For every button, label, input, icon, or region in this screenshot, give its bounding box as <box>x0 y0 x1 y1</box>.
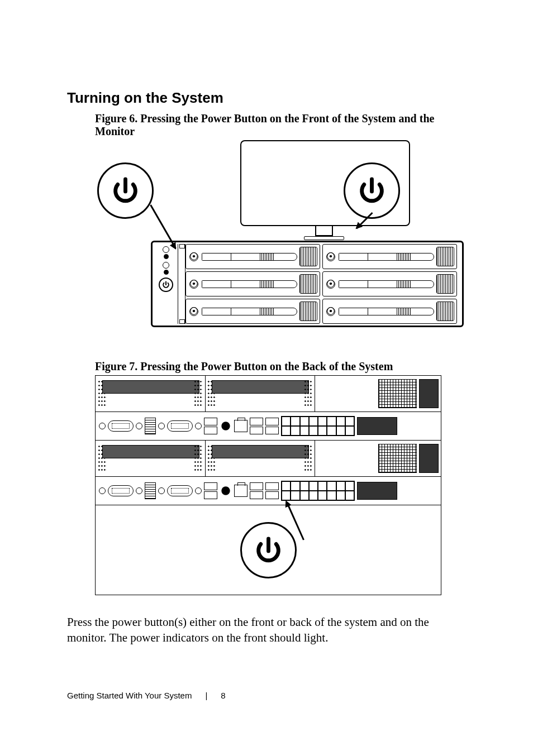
power-callout-monitor <box>344 162 400 219</box>
drive-handle-icon: ⦿ <box>189 280 198 289</box>
vga-port-icon <box>108 420 134 432</box>
figure-7-callout-area <box>95 505 441 595</box>
drive-bay: ⦿ <box>185 271 320 296</box>
drive-bay-grid: ⦿ ⦿ ⦿ ⦿ ⦿ <box>185 244 457 324</box>
server-front-view: ⦿ ⦿ ⦿ ⦿ ⦿ <box>151 241 464 327</box>
usb-stack-icon <box>204 482 217 499</box>
fan-module <box>206 376 316 412</box>
drive-latch-icon <box>202 253 297 261</box>
drive-latch-icon <box>339 280 434 288</box>
drive-handle-icon: ⦿ <box>189 252 198 261</box>
psu-module-icon <box>419 379 439 408</box>
thumbscrew-icon <box>158 487 165 494</box>
vent-dots-icon <box>304 444 313 471</box>
footer-separator-icon: | <box>205 691 207 700</box>
chassis-divider <box>178 244 185 324</box>
psu-vent-icon <box>378 379 417 408</box>
rear-io-row <box>96 477 441 505</box>
rear-power-button-icon <box>220 420 232 432</box>
psu-module-icon <box>357 482 397 500</box>
fan-module <box>206 441 316 476</box>
thumbscrew-icon <box>136 423 142 429</box>
vga-port-icon <box>108 485 134 496</box>
power-icon <box>161 280 170 289</box>
monitor-base <box>304 236 344 240</box>
fan-grill-icon <box>102 445 199 458</box>
drive-bay: ⦿ <box>322 271 457 296</box>
thumbscrew-icon <box>99 423 106 429</box>
drive-bay: ⦿ <box>185 299 320 324</box>
fan-grill-icon <box>212 445 309 458</box>
drive-latch-icon <box>202 280 297 288</box>
figure-7-illustration <box>95 375 441 595</box>
fan-module <box>96 376 206 412</box>
figure-7-caption: Figure 7. Pressing the Power Button on t… <box>95 360 466 373</box>
drive-latch-icon <box>339 253 434 261</box>
rear-io-row <box>96 412 441 441</box>
indicator-dot-icon <box>164 270 169 275</box>
psu-area <box>315 376 441 412</box>
status-stack-icon <box>145 482 156 499</box>
indicator-dot-icon <box>164 254 169 259</box>
mgmt-port-icon <box>234 485 248 497</box>
drive-latch-icon <box>339 308 434 315</box>
nic-stack-icon <box>250 482 263 499</box>
pcie-slot-icon <box>281 481 355 501</box>
thumbscrew-icon <box>195 487 202 494</box>
power-icon <box>356 175 387 206</box>
vent-dots-icon <box>194 444 203 471</box>
rear-top-row <box>96 441 441 477</box>
front-control-panel <box>158 244 174 324</box>
drive-bay: ⦿ <box>185 244 320 269</box>
mgmt-port-icon <box>234 420 248 432</box>
drive-handle-icon: ⦿ <box>326 307 335 316</box>
drive-handle-icon: ⦿ <box>189 307 198 316</box>
psu-module-icon <box>419 444 439 473</box>
status-led-icon <box>163 262 169 269</box>
psu-area <box>315 441 441 476</box>
thumbscrew-icon <box>99 487 106 494</box>
rear-power-button-icon <box>220 485 232 497</box>
drive-bay: ⦿ <box>322 299 457 324</box>
instruction-paragraph: Press the power button(s) either on the … <box>67 614 466 646</box>
drive-latch-icon <box>202 308 297 315</box>
drive-handle-icon: ⦿ <box>326 280 335 289</box>
serial-port-icon <box>167 485 193 496</box>
usb-stack-icon <box>204 418 217 434</box>
monitor-stand <box>315 226 333 236</box>
serial-port-icon <box>167 420 193 432</box>
psu-module-icon <box>357 417 397 435</box>
fan-grill-icon <box>212 380 309 394</box>
fan-module <box>96 441 206 476</box>
power-icon <box>110 175 141 206</box>
nic-stack-icon <box>265 482 279 499</box>
psu-vent-icon <box>378 444 417 473</box>
pcie-slot-icon <box>281 416 355 436</box>
document-page: Turning on the System Figure 6. Pressing… <box>0 0 533 646</box>
vent-dots-icon <box>304 380 313 406</box>
thumbscrew-icon <box>158 423 165 429</box>
server-rear-view <box>95 375 441 505</box>
figure-6-illustration: ⦿ ⦿ ⦿ ⦿ ⦿ <box>95 140 419 330</box>
thumbscrew-icon <box>195 423 202 429</box>
thumbscrew-icon <box>136 487 142 494</box>
nic-stack-icon <box>250 418 263 434</box>
front-power-button-icon <box>159 277 173 292</box>
rear-top-row <box>96 376 441 412</box>
section-heading: Turning on the System <box>67 89 466 107</box>
status-stack-icon <box>145 418 156 434</box>
nic-stack-icon <box>265 418 279 434</box>
vent-dots-icon <box>194 380 203 406</box>
power-callout-rear <box>240 522 297 578</box>
fan-grill-icon <box>102 380 199 394</box>
figure-6-caption: Figure 6. Pressing the Power Button on t… <box>95 112 466 138</box>
power-callout-system <box>97 162 154 219</box>
drive-handle-icon: ⦿ <box>326 252 335 261</box>
footer-section-label: Getting Started With Your System <box>67 691 192 700</box>
status-led-icon <box>163 246 169 253</box>
page-footer: Getting Started With Your System | 8 <box>67 691 226 700</box>
drive-bay: ⦿ <box>322 244 457 269</box>
power-icon <box>253 535 284 566</box>
footer-page-number: 8 <box>221 691 225 700</box>
